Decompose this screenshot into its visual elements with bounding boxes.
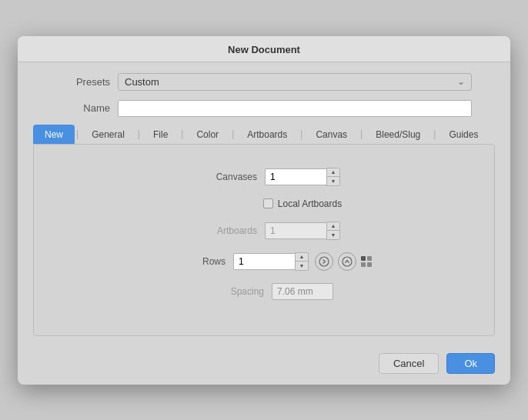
artboards-label: Artboards	[188, 225, 257, 236]
up-arrow-svg	[342, 256, 353, 267]
canvases-label: Canvases	[188, 172, 257, 182]
name-input[interactable]	[118, 100, 472, 117]
tab-artboards[interactable]: Artboards	[236, 125, 299, 144]
rows-down-button[interactable]: ▼	[296, 262, 308, 270]
tab-sep-2: |	[138, 128, 140, 139]
spacing-input[interactable]	[272, 283, 333, 300]
tab-sep-4: |	[232, 128, 234, 139]
tab-bleed-slug[interactable]: Bleed/Slug	[364, 125, 432, 144]
dot-bl	[361, 262, 366, 267]
spacing-label: Spacing	[195, 286, 264, 297]
canvases-spinner: ▲ ▼	[265, 168, 340, 186]
rows-up-button[interactable]: ▲	[296, 253, 308, 262]
rows-spinner: ▲ ▼	[233, 252, 309, 271]
rows-label: Rows	[156, 256, 226, 267]
ok-button[interactable]: Ok	[446, 353, 495, 374]
grid-top-row	[361, 256, 372, 261]
tab-color[interactable]: Color	[185, 125, 230, 144]
spacing-row: Spacing	[49, 283, 479, 300]
right-arrow-svg	[319, 256, 329, 267]
rows-input[interactable]	[233, 253, 295, 270]
chevron-down-icon: ⌄	[457, 76, 465, 87]
artboards-down-button[interactable]: ▼	[327, 231, 339, 239]
dot-tl	[361, 256, 366, 261]
rows-extra-icons	[315, 252, 372, 271]
canvases-row: Canvases ▲ ▼	[49, 168, 479, 186]
dot-br	[367, 262, 372, 267]
tab-canvas[interactable]: Canvas	[304, 125, 359, 144]
name-row: Name	[18, 95, 510, 125]
svg-point-1	[343, 257, 352, 266]
canvases-up-button[interactable]: ▲	[327, 168, 339, 177]
tab-file[interactable]: File	[142, 125, 179, 144]
canvases-input[interactable]	[265, 168, 326, 185]
tabs-row: New | General | File | Color | Artboards…	[18, 125, 510, 144]
grid-layout-icon[interactable]	[361, 256, 372, 267]
svg-point-0	[319, 257, 329, 266]
local-artboards-row: Local Artboards	[49, 198, 479, 209]
tab-sep-6: |	[360, 128, 363, 139]
tab-sep-3: |	[181, 128, 183, 139]
cancel-button[interactable]: Cancel	[379, 353, 439, 374]
presets-dropdown[interactable]: Custom ⌄	[118, 73, 472, 91]
presets-label: Presets	[56, 76, 110, 88]
presets-value: Custom	[125, 76, 159, 88]
tab-sep-5: |	[300, 128, 302, 139]
dialog-title-bar: New Document	[18, 36, 510, 62]
new-document-dialog: New Document Presets Custom ⌄ Name New |…	[18, 36, 510, 385]
dialog-title: New Document	[228, 44, 300, 55]
artboards-spinner: ▲ ▼	[265, 222, 340, 240]
footer-row: Cancel Ok	[18, 347, 510, 385]
grid-bottom-row	[361, 262, 372, 267]
local-artboards-text: Local Artboards	[278, 198, 342, 209]
rows-spinner-buttons: ▲ ▼	[295, 252, 309, 271]
canvases-down-button[interactable]: ▼	[327, 177, 339, 185]
rows-row: Rows ▲ ▼	[49, 252, 479, 271]
presets-row: Presets Custom ⌄	[18, 62, 510, 95]
dot-tr	[367, 256, 372, 261]
local-artboards-checkbox[interactable]	[263, 198, 273, 208]
name-label: Name	[56, 102, 110, 114]
tab-new[interactable]: New	[33, 125, 75, 144]
tab-guides[interactable]: Guides	[437, 125, 490, 144]
artboards-up-button[interactable]: ▲	[327, 222, 339, 231]
local-artboards-label[interactable]: Local Artboards	[263, 198, 342, 209]
arrange-up-icon[interactable]	[338, 252, 356, 271]
canvases-spinner-buttons: ▲ ▼	[326, 168, 340, 186]
content-area: Canvases ▲ ▼ Local Artboards Artboards	[33, 144, 495, 336]
artboards-row: Artboards ▲ ▼	[49, 222, 479, 240]
tab-general[interactable]: General	[80, 125, 136, 144]
artboards-input[interactable]	[265, 222, 326, 239]
tab-sep-7: |	[433, 128, 436, 139]
tab-sep-1: |	[76, 128, 79, 139]
artboards-spinner-buttons: ▲ ▼	[326, 222, 340, 240]
arrange-right-icon[interactable]	[315, 252, 333, 271]
